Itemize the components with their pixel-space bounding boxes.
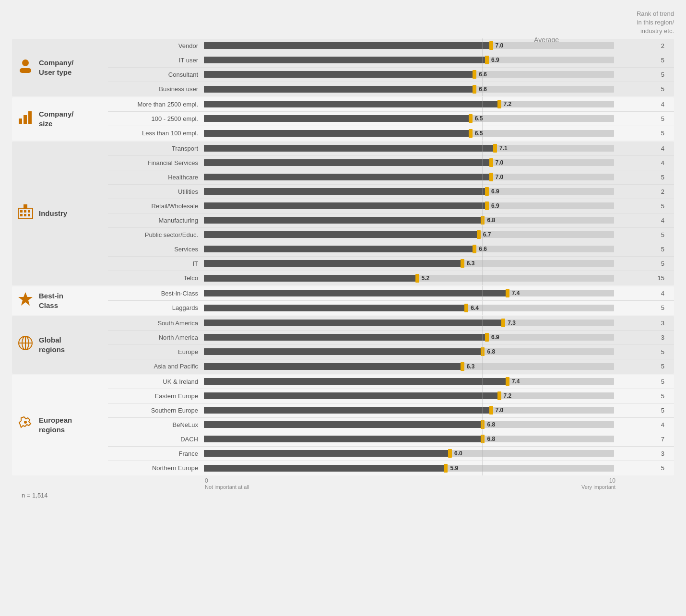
rank-company-size-2: 5 bbox=[636, 130, 674, 137]
row-label-industry-4: Retail/Wholesale bbox=[108, 202, 204, 210]
svg-point-18 bbox=[24, 421, 27, 424]
company-user-type-rows: Vendor7.02IT user6.95Consultant6.65Busin… bbox=[108, 39, 674, 96]
row-label-european-regions-6: Northern Europe bbox=[108, 464, 204, 472]
svg-rect-6 bbox=[20, 210, 23, 213]
rank-industry-1: 4 bbox=[636, 159, 674, 166]
best-in-class-icon bbox=[17, 291, 34, 310]
avg-line bbox=[483, 242, 483, 256]
svg-rect-3 bbox=[24, 115, 27, 124]
row-label-company-user-type-3: Business user bbox=[108, 85, 204, 93]
best-in-class-title: Best-inClass bbox=[39, 291, 63, 310]
avg-line bbox=[483, 301, 483, 315]
main-container: Average Rank of trendin this region/indu… bbox=[12, 10, 674, 499]
bar-wrap-industry-2: 7.0 bbox=[204, 170, 636, 184]
avg-line bbox=[483, 446, 483, 461]
rank-global-regions-1: 3 bbox=[636, 334, 674, 341]
rank-european-regions-6: 5 bbox=[636, 464, 674, 472]
bar-wrap-company-user-type-2: 6.6 bbox=[204, 67, 636, 82]
row-label-industry-6: Public sector/Educ. bbox=[108, 231, 204, 238]
bar-wrap-company-user-type-3: 6.6 bbox=[204, 82, 636, 96]
sections-wrapper: Company/User typeVendor7.02IT user6.95Co… bbox=[12, 39, 674, 475]
global-regions-icon bbox=[17, 335, 34, 355]
row-industry-9: Telco5.215 bbox=[108, 271, 674, 285]
row-industry-6: Public sector/Educ.6.75 bbox=[108, 228, 674, 242]
x-label-10: 10 bbox=[609, 477, 615, 484]
avg-line bbox=[483, 461, 483, 475]
row-global-regions-3: Asia and Pacific6.35 bbox=[108, 359, 674, 374]
rank-global-regions-2: 5 bbox=[636, 348, 674, 355]
industry-rows: Transport7.14Financial Services7.04Healt… bbox=[108, 142, 674, 285]
bar-wrap-european-regions-0: 7.4 bbox=[204, 374, 636, 389]
european-regions-icon bbox=[17, 415, 34, 435]
bar-wrap-industry-4: 6.9 bbox=[204, 199, 636, 213]
x-label-0: 0 bbox=[205, 477, 208, 484]
section-industry: IndustryTransport7.14Financial Services7… bbox=[12, 142, 674, 285]
rank-industry-7: 5 bbox=[636, 246, 674, 253]
row-label-best-in-class-0: Best-in-Class bbox=[108, 290, 204, 297]
avg-line bbox=[483, 286, 483, 300]
avg-line bbox=[483, 53, 483, 67]
rank-european-regions-5: 3 bbox=[636, 450, 674, 457]
bar-value-global-regions-0: 7.3 bbox=[508, 320, 516, 326]
bar-value-global-regions-1: 6.9 bbox=[491, 334, 499, 341]
row-label-global-regions-1: North America bbox=[108, 334, 204, 341]
row-label-company-size-2: Less than 100 empl. bbox=[108, 130, 204, 137]
bar-value-company-size-0: 7.2 bbox=[504, 101, 512, 107]
row-label-industry-7: Services bbox=[108, 246, 204, 253]
section-label-best-in-class: Best-inClass bbox=[12, 286, 108, 315]
row-label-industry-2: Healthcare bbox=[108, 174, 204, 181]
row-company-user-type-3: Business user6.65 bbox=[108, 82, 674, 96]
avg-line bbox=[483, 344, 483, 359]
svg-rect-9 bbox=[20, 214, 23, 216]
company-size-icon bbox=[17, 109, 34, 129]
svg-rect-10 bbox=[24, 214, 26, 216]
avg-line bbox=[483, 374, 483, 389]
rank-global-regions-3: 5 bbox=[636, 363, 674, 370]
avg-line bbox=[483, 97, 483, 111]
bar-value-industry-9: 5.2 bbox=[422, 275, 430, 282]
bar-wrap-best-in-class-0: 7.4 bbox=[204, 286, 636, 300]
bar-value-industry-2: 7.0 bbox=[496, 174, 504, 180]
global-regions-rows: South America7.33North America6.93Europe… bbox=[108, 316, 674, 374]
avg-line bbox=[483, 256, 483, 271]
rank-global-regions-0: 3 bbox=[636, 320, 674, 327]
svg-rect-8 bbox=[28, 210, 30, 213]
company-user-type-title: Company/User type bbox=[39, 58, 74, 77]
bar-value-industry-5: 6.8 bbox=[487, 217, 495, 224]
bar-wrap-global-regions-0: 7.3 bbox=[204, 316, 636, 330]
rank-best-in-class-0: 4 bbox=[636, 290, 674, 297]
svg-point-0 bbox=[22, 59, 29, 66]
row-label-best-in-class-1: Laggards bbox=[108, 304, 204, 311]
bar-wrap-industry-3: 6.9 bbox=[204, 184, 636, 199]
row-label-european-regions-3: BeNeLux bbox=[108, 421, 204, 428]
row-label-company-size-0: More than 2500 empl. bbox=[108, 101, 204, 108]
avg-line bbox=[483, 271, 483, 285]
row-company-user-type-1: IT user6.95 bbox=[108, 53, 674, 68]
bar-wrap-company-size-1: 6.5 bbox=[204, 111, 636, 126]
bar-value-best-in-class-0: 7.4 bbox=[512, 290, 520, 296]
avg-line bbox=[483, 330, 483, 344]
bar-value-european-regions-4: 6.8 bbox=[487, 436, 495, 442]
x-desc-right: Very important bbox=[581, 484, 615, 490]
avg-line bbox=[483, 38, 483, 53]
row-european-regions-2: Southern Europe7.05 bbox=[108, 403, 674, 418]
rank-industry-8: 5 bbox=[636, 260, 674, 267]
avg-line bbox=[483, 170, 483, 184]
svg-rect-4 bbox=[28, 111, 32, 124]
rank-european-regions-3: 4 bbox=[636, 421, 674, 428]
row-industry-8: IT6.35 bbox=[108, 257, 674, 271]
bar-value-european-regions-1: 7.2 bbox=[504, 392, 512, 399]
row-company-size-0: More than 2500 empl.7.24 bbox=[108, 97, 674, 112]
section-label-company-size: Company/size bbox=[12, 97, 108, 141]
row-label-industry-8: IT bbox=[108, 260, 204, 267]
bar-wrap-industry-7: 6.6 bbox=[204, 242, 636, 256]
bar-value-best-in-class-1: 6.4 bbox=[471, 305, 479, 311]
row-label-industry-3: Utilities bbox=[108, 188, 204, 195]
rank-company-user-type-1: 5 bbox=[636, 57, 674, 64]
svg-rect-1 bbox=[20, 68, 31, 73]
bar-value-industry-0: 7.1 bbox=[499, 145, 508, 152]
row-european-regions-0: UK & Ireland7.45 bbox=[108, 375, 674, 389]
row-company-size-2: Less than 100 empl.6.55 bbox=[108, 126, 674, 141]
bar-value-industry-8: 6.3 bbox=[467, 260, 475, 267]
bar-value-industry-3: 6.9 bbox=[491, 188, 499, 195]
